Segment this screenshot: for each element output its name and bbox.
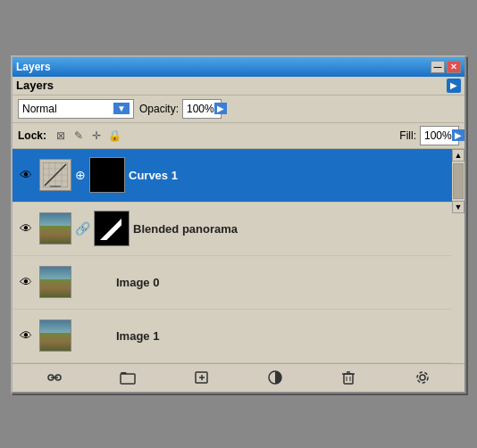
opacity-control: Opacity: 100% ▶ <box>139 99 222 119</box>
svg-rect-17 <box>344 374 353 384</box>
fill-control: Fill: 100% ▶ <box>399 126 459 145</box>
svg-rect-8 <box>54 187 57 188</box>
bottom-toolbar <box>13 363 464 392</box>
curves-svg-icon <box>43 162 68 187</box>
lock-icons: ⊠ ✎ ✛ 🔒 <box>54 129 121 143</box>
circle-half-icon <box>267 369 283 386</box>
visibility-icon[interactable]: 👁 <box>16 165 36 185</box>
layer-link-icon: ⊕ <box>75 168 86 182</box>
layer-name: Curves 1 <box>129 169 448 182</box>
lock-label: Lock: <box>18 129 46 142</box>
lock-image-icon[interactable]: ✎ <box>71 129 86 143</box>
lock-fill-row: Lock: ⊠ ✎ ✛ 🔒 Fill: 100% ▶ <box>13 123 464 149</box>
scrollbar: ▲ ▼ <box>452 149 464 363</box>
scroll-up-button[interactable]: ▲ <box>452 149 464 162</box>
layer-thumbnail-blended <box>39 212 71 245</box>
close-button[interactable]: ✕ <box>447 61 461 73</box>
scroll-thumb[interactable] <box>453 163 464 199</box>
layer-settings-button[interactable] <box>412 368 433 387</box>
layer-mask-thumbnail <box>89 157 125 193</box>
delete-layer-button[interactable] <box>338 368 359 387</box>
landscape-thumb <box>40 213 71 244</box>
layer-row[interactable]: 👁 Image 1 <box>13 310 452 363</box>
panel-options-button[interactable]: ▶ <box>447 79 461 93</box>
lock-transparent-icon[interactable]: ⊠ <box>54 129 68 143</box>
fill-arrow[interactable]: ▶ <box>452 129 464 141</box>
svg-rect-12 <box>121 374 135 384</box>
blend-opacity-row: Normal ▼ Opacity: 100% ▶ <box>13 95 464 123</box>
layers-list: 👁 <box>13 149 452 363</box>
visibility-icon[interactable]: 👁 <box>16 326 36 345</box>
new-layer-button[interactable] <box>191 368 213 387</box>
panel-title: Layers <box>16 79 54 92</box>
layer-thumbnail-curves <box>39 159 71 191</box>
new-group-button[interactable] <box>117 368 138 387</box>
layer-row[interactable]: 👁 <box>13 149 452 203</box>
blend-mode-value: Normal <box>22 103 57 115</box>
layer-name: Image 1 <box>116 329 448 343</box>
adjustment-layer-button[interactable] <box>264 368 286 387</box>
mask-black <box>90 158 124 192</box>
layer-thumbnail-image0 <box>39 266 71 298</box>
scroll-down-button[interactable]: ▼ <box>452 201 464 213</box>
landscape-thumb <box>40 320 71 351</box>
layer-row[interactable]: 👁 Image 0 <box>13 256 452 310</box>
folder-icon <box>120 369 136 386</box>
layer-mask-thumbnail-arrow <box>94 211 130 246</box>
layer-row[interactable]: 👁 🔗 Blended panorama <box>13 203 452 256</box>
window-title: Layers <box>16 61 51 73</box>
link-layers-button[interactable] <box>44 368 65 387</box>
lock-position-icon[interactable]: ✛ <box>89 129 104 143</box>
svg-rect-7 <box>50 186 61 187</box>
landscape-thumb <box>40 267 71 297</box>
opacity-label: Opacity: <box>139 103 179 115</box>
visibility-icon[interactable]: 👁 <box>16 219 36 238</box>
fill-input[interactable]: 100% ▶ <box>420 126 459 145</box>
minimize-button[interactable]: — <box>431 61 445 73</box>
layer-name: Image 0 <box>116 276 448 289</box>
layers-area: 👁 <box>13 149 464 363</box>
new-layer-icon <box>194 369 210 386</box>
trash-icon <box>340 369 356 386</box>
gear-icon <box>414 369 431 386</box>
svg-point-23 <box>417 372 428 383</box>
fill-value: 100% <box>424 129 452 142</box>
opacity-value: 100% <box>187 103 214 115</box>
svg-point-22 <box>420 375 425 380</box>
layers-panel: Layers — ✕ Layers ▶ Normal ▼ Opacity: 10… <box>11 55 466 394</box>
visibility-icon[interactable]: 👁 <box>16 272 36 292</box>
title-bar: Layers — ✕ <box>13 57 464 77</box>
fill-label: Fill: <box>399 129 416 142</box>
opacity-arrow[interactable]: ▶ <box>214 103 227 114</box>
title-bar-buttons: — ✕ <box>431 61 461 73</box>
lock-all-icon[interactable]: 🔒 <box>107 129 121 143</box>
opacity-input[interactable]: 100% ▶ <box>182 99 222 119</box>
layer-name: Blended panorama <box>133 222 448 236</box>
layer-thumbnail-image1 <box>39 319 71 352</box>
panel-header: Layers ▶ <box>13 77 464 95</box>
mask-arrow <box>95 212 129 245</box>
blend-mode-select[interactable]: Normal ▼ <box>18 99 134 119</box>
layer-link-icon: 🔗 <box>75 221 90 236</box>
link-icon <box>46 369 63 386</box>
blend-mode-arrow[interactable]: ▼ <box>113 103 130 114</box>
